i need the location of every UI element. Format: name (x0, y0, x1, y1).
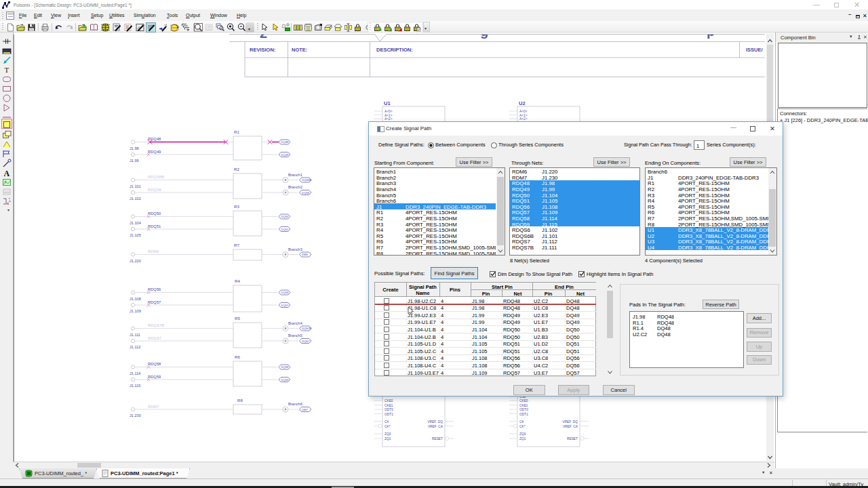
svg-text:U1: U1 (384, 100, 391, 106)
svg-text:ZQ0: ZQ0 (519, 432, 526, 436)
svg-text:CKE0: CKE0 (384, 399, 393, 403)
svg-text:ISSUE/: ISSUE/ (746, 47, 764, 53)
svg-text:RDQS7B: RDQS7B (148, 323, 164, 327)
svg-text:DESCRIPTION:: DESCRIPTION: (376, 47, 413, 53)
svg-text:A<2>: A<2> (519, 117, 528, 121)
svg-text:Branch3: Branch3 (288, 247, 302, 251)
svg-text:J1.220: J1.220 (130, 259, 141, 263)
svg-text:RDM6: RDM6 (148, 249, 159, 253)
svg-text:DQ51: DQ51 (281, 228, 289, 231)
svg-text:J1.101: J1.101 (130, 184, 141, 188)
svg-text:ZQ1: ZQ1 (384, 437, 391, 441)
svg-text:DM7: DM7 (302, 408, 309, 411)
svg-text:VREF CA: VREF CA (563, 425, 578, 428)
svg-text:ODT0: ODT0 (519, 408, 528, 411)
svg-text:R1: R1 (234, 129, 239, 134)
svg-text:RDM7: RDM7 (148, 405, 159, 409)
svg-text:J1.115: J1.115 (130, 384, 140, 388)
svg-text:CK*: CK* (384, 425, 391, 428)
svg-text:RDQS6B: RDQS6B (148, 175, 164, 179)
svg-text:T: T (5, 66, 9, 74)
svg-text:VREF CA: VREF CA (428, 425, 443, 428)
svg-text:CKE1: CKE1 (519, 404, 528, 407)
svg-text:DQ48: DQ48 (281, 140, 289, 144)
svg-text:J1.104: J1.104 (130, 221, 141, 225)
svg-text:DQS6: DQS6 (302, 191, 310, 195)
svg-text:Branch2: Branch2 (288, 185, 302, 189)
svg-text:Branch6: Branch6 (288, 402, 302, 406)
svg-text:R8: R8 (237, 398, 243, 403)
svg-text:J1.112: J1.112 (130, 345, 140, 349)
svg-text:R7: R7 (234, 243, 239, 247)
svg-text:DQS7: DQS7 (302, 340, 310, 343)
svg-text:DQS7B: DQS7B (302, 327, 311, 330)
svg-text:CKE0: CKE0 (519, 399, 528, 403)
svg-text:R5: R5 (235, 316, 240, 321)
svg-text:Branch4: Branch4 (288, 321, 302, 325)
svg-text:ZQ1: ZQ1 (519, 437, 526, 441)
svg-text:RESET: RESET (567, 437, 578, 441)
svg-text:DQ50: DQ50 (281, 215, 289, 218)
svg-text:A<1>: A<1> (519, 114, 528, 117)
svg-text:DQ49: DQ49 (281, 153, 289, 157)
svg-text:ODT0: ODT0 (384, 408, 393, 411)
svg-text:RDQS7: RDQS7 (148, 336, 161, 340)
svg-text:ODT1: ODT1 (519, 413, 528, 416)
svg-text:DM6: DM6 (302, 253, 309, 256)
svg-text:REVISION:: REVISION: (250, 47, 275, 53)
svg-text:J1.102: J1.102 (130, 197, 141, 201)
svg-text:R6: R6 (235, 354, 240, 359)
svg-text:ZQ0: ZQ0 (384, 432, 391, 436)
svg-text:J1.105: J1.105 (130, 233, 141, 237)
svg-text:A<2>: A<2> (384, 117, 393, 121)
svg-text:A<0>: A<0> (519, 110, 528, 113)
svg-text:A<0>: A<0> (384, 110, 393, 113)
svg-text:DQS6B: DQS6B (302, 178, 311, 182)
svg-text:CK: CK (519, 420, 524, 424)
svg-text:DQ56: DQ56 (281, 291, 289, 294)
svg-text:J1.108: J1.108 (130, 297, 141, 301)
svg-text:Branch5: Branch5 (288, 333, 302, 338)
svg-text:CK: CK (384, 420, 389, 424)
svg-text:RDQS6: RDQS6 (148, 188, 161, 192)
svg-text:J1.114: J1.114 (130, 371, 140, 375)
svg-text:A: A (4, 169, 10, 178)
svg-text:RESET: RESET (432, 437, 443, 441)
svg-text:VREF DQ: VREF DQ (427, 420, 443, 424)
svg-text:DQ59: DQ59 (281, 378, 289, 382)
svg-text:RDQ48: RDQ48 (148, 137, 161, 141)
svg-text:DQ57: DQ57 (281, 304, 289, 307)
svg-text:Branch1: Branch1 (288, 173, 302, 177)
svg-text:ODT1: ODT1 (384, 413, 393, 416)
svg-text:J1.99: J1.99 (130, 159, 139, 163)
svg-text:U2: U2 (519, 100, 526, 106)
svg-text:DQ58: DQ58 (281, 365, 289, 369)
svg-text:J1.111: J1.111 (130, 333, 140, 337)
svg-text:R4: R4 (235, 279, 240, 283)
svg-text:CKE1: CKE1 (384, 404, 393, 407)
svg-text:NOTE:: NOTE: (292, 47, 307, 53)
svg-text:J1.98: J1.98 (130, 146, 139, 150)
svg-text:J1.230: J1.230 (130, 413, 141, 418)
svg-text:VREF DQ: VREF DQ (562, 420, 578, 424)
svg-text:A<1>: A<1> (384, 114, 393, 117)
svg-text:J1.109: J1.109 (130, 309, 141, 313)
svg-text:R3: R3 (234, 204, 239, 209)
svg-text:CK*: CK* (519, 425, 526, 428)
svg-text:R2: R2 (234, 167, 239, 171)
